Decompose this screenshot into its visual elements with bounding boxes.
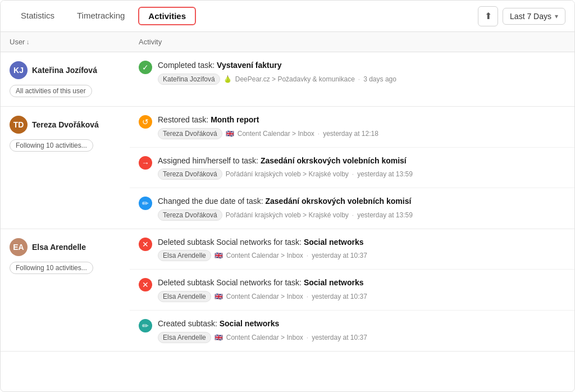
table-row: EAElsa ArendelleFollowing 10 activities.…: [1, 229, 574, 351]
meta-badge: Elsa Arendelle: [158, 250, 211, 261]
activity-content: Deleted subtask Social networks for task…: [158, 237, 565, 262]
meta-separator: ·: [307, 334, 308, 341]
activity-item: ✕Deleted subtask Social networks for tas…: [130, 229, 574, 270]
activity-cell-0: ✓Completed task: Vystavení fakturyKateři…: [130, 52, 574, 107]
tab-timetracking[interactable]: Timetracking: [66, 1, 136, 31]
user-activities-link[interactable]: All activities of this user: [10, 85, 92, 97]
meta-text: Content Calendar > Inbox: [226, 334, 303, 341]
user-cell-1: TDTereza DvořákováFollowing 10 activitie…: [1, 107, 130, 229]
activity-icon: ✏: [139, 197, 152, 210]
activity-title: Assigned him/herself to task: Zasedání o…: [158, 156, 565, 167]
avatar: EA: [10, 238, 28, 256]
activity-item: ✏Created subtask: Social networksElsa Ar…: [130, 311, 574, 351]
meta-text: DeePear.cz > Požadavky & komunikace: [235, 75, 355, 83]
meta-separator: ·: [307, 252, 308, 259]
meta-emoji: 🇬🇧: [215, 334, 223, 341]
tab-bar: Statistics Timetracking Activities ⬆ Las…: [1, 1, 574, 32]
meta-badge: Kateřina Jozífová: [158, 74, 220, 85]
export-button[interactable]: ⬆: [478, 6, 498, 26]
activity-meta: Elsa Arendelle🇬🇧Content Calendar > Inbox…: [158, 250, 565, 261]
meta-text: Content Calendar > Inbox: [226, 252, 303, 259]
meta-emoji: 🇬🇧: [226, 130, 234, 138]
meta-text: Pořádání krajských voleb > Krajské volby: [226, 170, 349, 178]
activity-title: Restored task: Month report: [158, 115, 565, 126]
meta-emoji: 🇬🇧: [215, 293, 223, 300]
meta-emoji: 🍐: [223, 75, 232, 83]
activity-item: ✏Changed the due date of task: Zasedání …: [130, 188, 574, 229]
meta-text: 3 days ago: [363, 75, 396, 83]
user-info: TDTereza Dvořáková: [10, 116, 121, 134]
activity-meta: Elsa Arendelle🇬🇧Content Calendar > Inbox…: [158, 332, 565, 343]
meta-separator: ·: [352, 211, 354, 219]
meta-separator: ·: [318, 130, 320, 138]
meta-badge: Tereza Dvořáková: [158, 209, 222, 221]
date-filter-dropdown[interactable]: Last 7 Days ▾: [503, 8, 565, 25]
activity-meta: Tereza Dvořáková🇬🇧Content Calendar > Inb…: [158, 128, 565, 139]
user-activities-link[interactable]: Following 10 activities...: [10, 262, 93, 274]
avatar: KJ: [10, 61, 28, 79]
meta-text: yesterday at 10:37: [312, 293, 367, 300]
table-row: KJKateřina JozífováAll activities of thi…: [1, 52, 574, 107]
meta-badge: Tereza Dvořáková: [158, 128, 222, 139]
meta-separator: ·: [352, 170, 354, 178]
user-info: KJKateřina Jozífová: [10, 61, 121, 79]
app-container: Statistics Timetracking Activities ⬆ Las…: [0, 0, 575, 392]
user-cell-0: KJKateřina JozífováAll activities of thi…: [1, 52, 130, 107]
meta-text: Content Calendar > Inbox: [226, 293, 303, 300]
activity-icon: ✕: [139, 278, 152, 291]
col-header-user: User↓: [1, 32, 130, 52]
avatar: TD: [10, 116, 28, 134]
activity-title: Changed the due date of task: Zasedání o…: [158, 196, 565, 207]
meta-text: yesterday at 10:37: [312, 334, 367, 341]
activity-title: Deleted subtask Social networks for task…: [158, 277, 565, 289]
user-name: Tereza Dvořáková: [32, 120, 99, 129]
activity-meta: Kateřina Jozífová🍐DeePear.cz > Požadavky…: [158, 74, 565, 85]
activity-icon: ✏: [139, 319, 152, 332]
table-row: TDTereza DvořákováFollowing 10 activitie…: [1, 107, 574, 229]
activity-content: Deleted subtask Social networks for task…: [158, 277, 565, 302]
user-name: Kateřina Jozífová: [32, 66, 97, 75]
activity-title: Created subtask: Social networks: [158, 318, 565, 330]
user-cell-2: EAElsa ArendelleFollowing 10 activities.…: [1, 229, 130, 351]
meta-badge: Tereza Dvořáková: [158, 168, 222, 180]
tab-activities[interactable]: Activities: [138, 7, 196, 25]
activity-meta: Tereza DvořákováPořádání krajských voleb…: [158, 168, 565, 180]
activity-meta: Tereza DvořákováPořádání krajských voleb…: [158, 209, 565, 221]
chevron-down-icon: ▾: [555, 12, 558, 20]
meta-separator: ·: [307, 293, 308, 300]
activity-item: ✕Deleted subtask Social networks for tas…: [130, 270, 574, 311]
user-info: EAElsa Arendelle: [10, 238, 121, 256]
meta-emoji: 🇬🇧: [215, 252, 223, 259]
meta-badge: Elsa Arendelle: [158, 332, 211, 343]
meta-text: yesterday at 12:18: [323, 130, 378, 138]
activity-item: ↺Restored task: Month reportTereza Dvořá…: [130, 107, 574, 148]
sort-arrow-icon[interactable]: ↓: [26, 38, 29, 46]
activity-icon: ↺: [139, 115, 152, 129]
activity-content: Assigned him/herself to task: Zasedání o…: [158, 156, 565, 180]
meta-separator: ·: [358, 75, 360, 83]
export-icon: ⬆: [485, 11, 492, 21]
activity-icon: ✕: [139, 238, 152, 251]
meta-text: Pořádání krajských voleb > Krajské volby: [226, 211, 349, 219]
activity-meta: Elsa Arendelle🇬🇧Content Calendar > Inbox…: [158, 291, 565, 302]
activity-content: Created subtask: Social networksElsa Are…: [158, 318, 565, 343]
tab-statistics[interactable]: Statistics: [10, 1, 66, 31]
meta-badge: Elsa Arendelle: [158, 291, 211, 302]
activity-cell-2: ✕Deleted subtask Social networks for tas…: [130, 229, 574, 351]
user-name: Elsa Arendelle: [32, 243, 86, 252]
user-activities-link[interactable]: Following 10 activities...: [10, 139, 93, 152]
activity-title: Completed task: Vystavení faktury: [158, 60, 565, 71]
meta-text: yesterday at 10:37: [312, 252, 367, 259]
activity-icon: ✓: [139, 61, 152, 74]
activity-title: Deleted subtask Social networks for task…: [158, 237, 565, 248]
meta-text: yesterday at 13:59: [357, 170, 413, 178]
activity-cell-1: ↺Restored task: Month reportTereza Dvořá…: [130, 107, 574, 229]
tab-bar-left: Statistics Timetracking Activities: [10, 1, 198, 31]
activity-item: →Assigned him/herself to task: Zasedání …: [130, 148, 574, 189]
activity-content: Changed the due date of task: Zasedání o…: [158, 196, 565, 221]
meta-text: yesterday at 13:59: [357, 211, 413, 219]
date-filter-label: Last 7 Days: [510, 12, 551, 21]
col-header-activity: Activity: [130, 32, 574, 52]
activity-icon: →: [139, 156, 152, 170]
tab-bar-right: ⬆ Last 7 Days ▾: [478, 6, 565, 26]
